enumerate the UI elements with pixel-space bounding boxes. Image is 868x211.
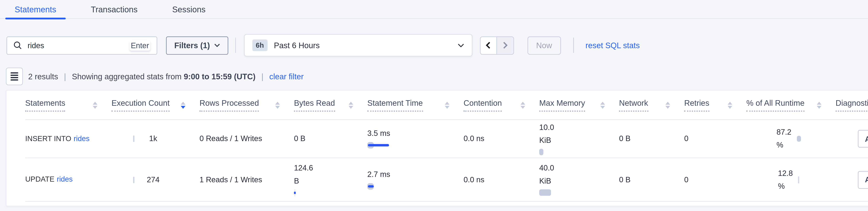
next-interval-button[interactable] bbox=[497, 37, 513, 54]
time-range-badge: 6h bbox=[252, 39, 268, 51]
filters-button-label: Filters (1) bbox=[174, 41, 210, 50]
time-range-step-buttons bbox=[480, 36, 514, 54]
enter-key-hint: Enter bbox=[130, 41, 150, 50]
column-header-statement-time[interactable]: Statement Time bbox=[367, 90, 464, 120]
activate-diagnostics-button[interactable]: Activate bbox=[858, 130, 868, 148]
column-header-network[interactable]: Network bbox=[619, 90, 684, 120]
sort-arrows-icon bbox=[275, 101, 280, 109]
chevron-down-icon bbox=[214, 44, 220, 47]
column-header-statements[interactable]: Statements bbox=[25, 90, 112, 120]
execution-count-bar bbox=[133, 176, 134, 183]
tab-sessions[interactable]: Sessions bbox=[163, 0, 215, 18]
time-range-picker[interactable]: 6h Past 6 Hours bbox=[244, 34, 472, 56]
pct-runtime-cell: 12.8 % bbox=[746, 158, 836, 201]
column-header-diagnostics[interactable]: Diagnostics bbox=[836, 90, 868, 120]
sort-arrows-icon bbox=[600, 101, 605, 109]
pct-runtime-bar bbox=[798, 176, 799, 183]
statements-table-card: Statements Execution Count Rows Processe… bbox=[6, 90, 868, 206]
separator: | bbox=[64, 72, 66, 81]
statement-time-cell: 3.5 ms bbox=[367, 120, 464, 158]
column-header-max-memory[interactable]: Max Memory bbox=[539, 90, 619, 120]
max-memory-bar bbox=[539, 189, 551, 196]
tab-statements[interactable]: Statements bbox=[5, 0, 66, 18]
toolbar-divider bbox=[235, 37, 236, 53]
filters-button[interactable]: Filters (1) bbox=[166, 36, 228, 54]
sort-arrows-icon bbox=[181, 101, 185, 109]
column-selector-button[interactable] bbox=[6, 68, 23, 85]
rows-processed-cell: 1 Reads / 1 Writes bbox=[199, 158, 294, 201]
separator: | bbox=[261, 72, 264, 81]
sort-arrows-icon bbox=[727, 101, 732, 109]
aggregation-summary-prefix: Showing aggregated stats from bbox=[72, 72, 182, 81]
max-memory-bar bbox=[539, 149, 544, 155]
column-header-contention[interactable]: Contention bbox=[464, 90, 539, 120]
filters-toolbar: Enter Filters (1) 6h Past 6 Hours bbox=[6, 34, 868, 56]
pct-runtime-bar bbox=[797, 136, 801, 142]
clear-filter-link[interactable]: clear filter bbox=[269, 72, 304, 81]
diagnostics-cell: Activate bbox=[836, 158, 868, 201]
activate-diagnostics-button[interactable]: Activate bbox=[858, 171, 868, 188]
aggregation-summary: Showing aggregated stats from 9:00 to 15… bbox=[72, 72, 255, 81]
statement-link[interactable]: INSERT INTOrides bbox=[25, 134, 89, 143]
statement-link[interactable]: UPDATErides bbox=[25, 175, 72, 184]
statement-time-bar bbox=[367, 142, 459, 149]
results-bar: 2 results | Showing aggregated stats fro… bbox=[6, 68, 868, 85]
menu-icon bbox=[10, 72, 18, 73]
search-input[interactable] bbox=[26, 41, 130, 50]
reset-sql-stats-link[interactable]: reset SQL stats bbox=[586, 41, 640, 50]
retries-cell: 0 bbox=[684, 158, 746, 201]
network-cell: 0 B bbox=[619, 120, 684, 158]
sort-arrows-icon bbox=[817, 101, 822, 109]
execution-count-bar bbox=[133, 135, 134, 142]
statement-cell: UPDATErides bbox=[25, 158, 112, 201]
previous-interval-button[interactable] bbox=[480, 37, 497, 54]
table-row: INSERT INTOrides 1k 0 Reads / 1 Writes 0… bbox=[25, 120, 868, 158]
time-range-label: Past 6 Hours bbox=[274, 41, 320, 50]
bytes-read-cell: 124.6 B bbox=[294, 158, 367, 201]
column-header-bytes-read[interactable]: Bytes Read bbox=[294, 90, 367, 120]
tab-bar: Statements Transactions Sessions bbox=[0, 0, 868, 19]
statement-time-bar bbox=[367, 183, 459, 190]
column-header-rows-processed[interactable]: Rows Processed bbox=[199, 90, 294, 120]
bytes-read-cell: 0 B bbox=[294, 120, 367, 158]
chevron-down-icon bbox=[458, 43, 464, 47]
max-memory-cell: 10.0 KiB bbox=[539, 120, 619, 158]
sort-arrows-icon bbox=[349, 101, 353, 109]
execution-count-cell: 1k bbox=[112, 120, 199, 158]
sort-arrows-icon bbox=[93, 101, 97, 109]
max-memory-cell: 40.0 KiB bbox=[539, 158, 619, 201]
sort-arrows-icon bbox=[665, 101, 670, 109]
rows-processed-cell: 0 Reads / 1 Writes bbox=[199, 120, 294, 158]
column-header-pct-runtime[interactable]: % of All Runtime bbox=[746, 90, 836, 120]
search-icon bbox=[13, 41, 22, 49]
tab-transactions[interactable]: Transactions bbox=[82, 0, 147, 18]
table-header-row: Statements Execution Count Rows Processe… bbox=[25, 90, 868, 120]
chevron-right-icon bbox=[503, 42, 507, 49]
results-count: 2 results bbox=[28, 72, 58, 81]
column-header-execution-count[interactable]: Execution Count bbox=[112, 90, 199, 120]
column-header-retries[interactable]: Retries bbox=[684, 90, 746, 120]
aggregation-summary-range: 9:00 to 15:59 (UTC) bbox=[184, 72, 255, 81]
bytes-read-bar bbox=[294, 189, 296, 196]
search-box: Enter bbox=[6, 36, 157, 54]
table-row: UPDATErides 274 1 Reads / 1 Writes 124.6… bbox=[25, 158, 868, 202]
contention-cell: 0.0 ns bbox=[464, 120, 539, 158]
statement-cell: INSERT INTOrides bbox=[25, 120, 112, 158]
sort-arrows-icon bbox=[521, 101, 525, 109]
contention-cell: 0.0 ns bbox=[464, 158, 539, 201]
statement-time-cell: 2.7 ms bbox=[367, 158, 464, 201]
sort-arrows-icon bbox=[445, 101, 450, 109]
retries-cell: 0 bbox=[684, 120, 746, 158]
now-button[interactable]: Now bbox=[527, 36, 561, 54]
pct-runtime-cell: 87.2 % bbox=[746, 120, 836, 158]
chevron-left-icon bbox=[486, 42, 491, 49]
execution-count-cell: 274 bbox=[112, 158, 199, 201]
diagnostics-cell: Activate bbox=[836, 120, 868, 158]
sql-activity-page: Statements Transactions Sessions Enter F… bbox=[0, 0, 868, 211]
network-cell: 0 B bbox=[619, 158, 684, 201]
toolbar-divider bbox=[573, 37, 574, 53]
